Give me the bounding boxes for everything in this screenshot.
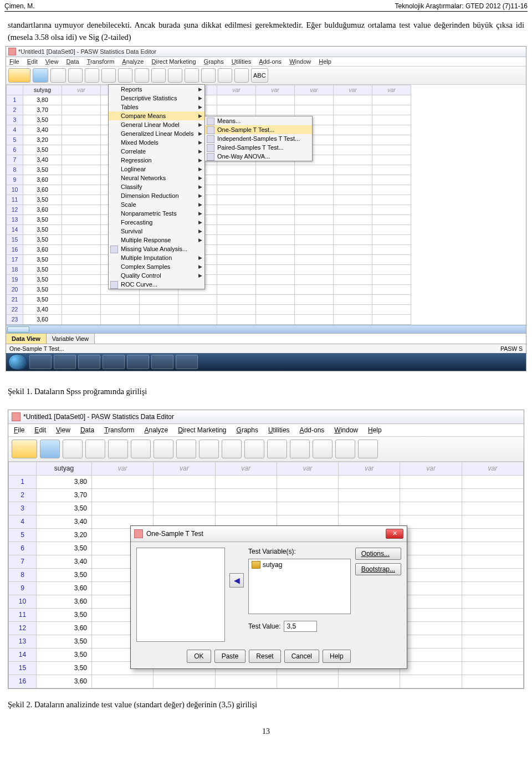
help-button[interactable]: Help <box>323 650 351 663</box>
save-button[interactable] <box>40 440 60 458</box>
table-row[interactable]: 113,50 <box>7 195 411 205</box>
paste-button[interactable]: Paste <box>214 650 246 663</box>
options-button[interactable]: Options... <box>355 548 401 560</box>
menu-transform[interactable]: Transform <box>87 58 115 65</box>
menu-item-survival[interactable]: Survival▶ <box>109 227 204 236</box>
print-button[interactable] <box>50 68 66 83</box>
reset-button[interactable]: Reset <box>249 650 280 663</box>
menu-item-dimension-reduction[interactable]: Dimension Reduction▶ <box>109 191 204 200</box>
select-button[interactable] <box>313 440 332 458</box>
spell-button[interactable]: ABC <box>251 68 268 83</box>
taskbar-excel-icon[interactable] <box>151 355 173 369</box>
table-row[interactable]: 23,70 <box>9 488 524 502</box>
taskbar-app-icon[interactable] <box>127 355 149 369</box>
menu-utilities[interactable]: Utilities <box>268 426 290 434</box>
menu-item-loglinear[interactable]: Loglinear▶ <box>109 165 204 173</box>
submenu-item-one-sample-t-test-[interactable]: One-Sample T Test... <box>205 125 312 134</box>
save-button[interactable] <box>33 68 48 83</box>
menu-item-complex-samples[interactable]: Complex Samples▶ <box>109 262 204 271</box>
table-row[interactable]: 233,60 <box>7 314 411 324</box>
table-row[interactable]: 83,50 <box>7 165 411 175</box>
menu-data[interactable]: Data <box>80 426 94 434</box>
menu-item-classify[interactable]: Classify▶ <box>109 182 204 191</box>
move-variable-button[interactable]: ◀ <box>229 573 244 588</box>
submenu-item-paired-samples-t-test-[interactable]: Paired-Samples T Test... <box>205 143 312 152</box>
redo-button[interactable] <box>131 440 151 458</box>
menu-data[interactable]: Data <box>66 58 79 65</box>
variable-view-tab[interactable]: Variable View <box>47 334 95 344</box>
menu-file[interactable]: File <box>9 58 19 65</box>
open-button[interactable] <box>12 440 37 458</box>
submenu-item-means-[interactable]: Means... <box>205 116 312 125</box>
menu-item-missing-value-analysis-[interactable]: Missing Value Analysis... <box>109 244 204 253</box>
menu-add-ons[interactable]: Add-ons <box>259 58 282 65</box>
menu-item-scale[interactable]: Scale▶ <box>109 200 204 209</box>
cancel-button[interactable]: Cancel <box>284 650 319 663</box>
find-button[interactable] <box>135 68 149 83</box>
menu-item-correlate[interactable]: Correlate▶ <box>109 147 204 156</box>
menu-item-descriptive-statistics[interactable]: Descriptive Statistics▶ <box>109 94 204 103</box>
use-sets-button[interactable] <box>358 440 378 458</box>
split-button[interactable] <box>267 440 287 458</box>
menu-item-roc-curve-[interactable]: ROC Curve... <box>109 280 204 289</box>
table-row[interactable]: 183,50 <box>7 264 411 274</box>
table-row[interactable]: 143,50 <box>7 224 411 234</box>
open-button[interactable] <box>8 68 30 83</box>
find-button[interactable] <box>199 440 219 458</box>
table-row[interactable]: 23,70 <box>7 105 411 115</box>
submenu-item-independent-samples-t-test-[interactable]: Independent-Samples T Test... <box>205 134 312 143</box>
menu-transform[interactable]: Transform <box>104 426 134 434</box>
menu-item-reports[interactable]: Reports▶ <box>109 85 204 94</box>
insert-button[interactable] <box>151 68 166 83</box>
table-row[interactable]: 153,50 <box>7 234 411 244</box>
table-row[interactable]: 213,50 <box>7 294 411 304</box>
taskbar-word-icon[interactable] <box>78 355 100 369</box>
undo-button[interactable] <box>85 68 99 83</box>
menu-item-generalized-linear-models[interactable]: Generalized Linear Models▶ <box>109 129 204 138</box>
table-row[interactable]: 33,50 <box>9 502 524 515</box>
menu-analyze[interactable]: Analyze <box>122 58 144 65</box>
test-value-input[interactable] <box>284 621 317 632</box>
value-labels-button[interactable] <box>335 440 355 458</box>
menu-graphs[interactable]: Graphs <box>204 58 224 65</box>
goto-var-button[interactable] <box>176 440 196 458</box>
taskbar-ie-icon[interactable] <box>29 355 52 369</box>
goto-case-button[interactable] <box>154 440 173 458</box>
menu-item-multiple-imputation[interactable]: Multiple Imputation▶ <box>109 253 204 262</box>
analyze-menu[interactable]: Reports▶Descriptive Statistics▶Tables▶Co… <box>108 84 205 289</box>
redo-button[interactable] <box>101 68 116 83</box>
select-button[interactable] <box>201 68 216 83</box>
menu-item-quality-control[interactable]: Quality Control▶ <box>109 271 204 280</box>
table-row[interactable]: 163,60 <box>7 244 411 254</box>
menu-window[interactable]: Window <box>334 426 358 434</box>
close-button[interactable]: ✕ <box>386 529 403 539</box>
menu-utilities[interactable]: Utilities <box>232 58 251 65</box>
menu-item-multiple-response[interactable]: Multiple Response▶ <box>109 236 204 244</box>
menu-item-forecasting[interactable]: Forecasting▶ <box>109 218 204 227</box>
menu-help[interactable]: Help <box>368 426 382 434</box>
menu-window[interactable]: Window <box>289 58 311 65</box>
table-row[interactable]: 133,50 <box>7 215 411 224</box>
horizontal-scrollbar[interactable] <box>6 325 526 333</box>
menu-analyze[interactable]: Analyze <box>144 426 168 434</box>
table-row[interactable]: 103,60 <box>7 185 411 195</box>
weight-button[interactable] <box>290 440 310 458</box>
menu-edit[interactable]: Edit <box>34 426 46 434</box>
table-row[interactable]: 163,60 <box>9 675 524 688</box>
menu-add-ons[interactable]: Add-ons <box>300 426 325 434</box>
table-row[interactable]: 223,40 <box>7 304 411 314</box>
table-row[interactable]: 13,80 <box>9 475 524 488</box>
menu-view[interactable]: View <box>56 426 70 434</box>
print-button[interactable] <box>63 440 83 458</box>
table-row[interactable]: 203,50 <box>7 284 411 294</box>
menu-item-nonparametric-tests[interactable]: Nonparametric Tests▶ <box>109 209 204 218</box>
menu-file[interactable]: File <box>14 426 24 434</box>
menu-item-tables[interactable]: Tables▶ <box>109 103 204 111</box>
table-row[interactable]: 123,60 <box>7 205 411 215</box>
menu-direct-marketing[interactable]: Direct Marketing <box>151 58 196 65</box>
start-button[interactable] <box>8 354 27 370</box>
compare-means-submenu[interactable]: Means...One-Sample T Test...Independent-… <box>204 116 313 161</box>
menu-graphs[interactable]: Graphs <box>237 426 258 434</box>
value-labels-button[interactable] <box>218 68 232 83</box>
menu-item-general-linear-model[interactable]: General Linear Model▶ <box>109 120 204 129</box>
